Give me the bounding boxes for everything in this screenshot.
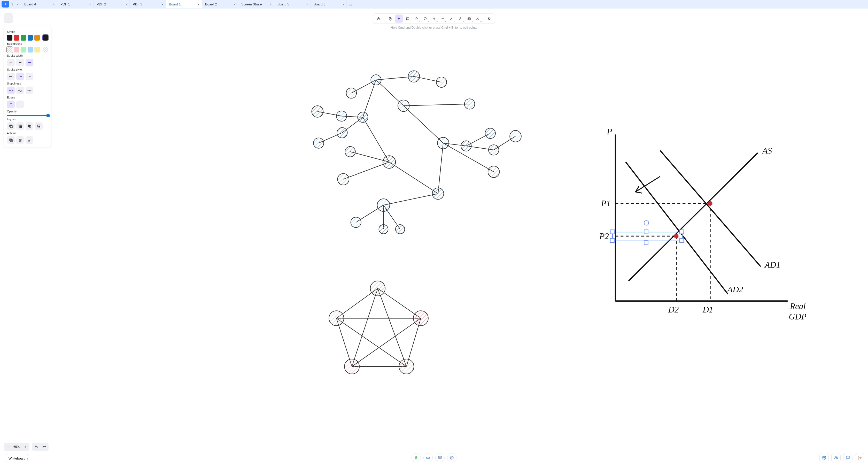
selection-box [610, 221, 684, 245]
opacity-label: Opacity [7, 110, 48, 113]
edges-sharp[interactable] [7, 100, 15, 108]
tool-rectangle[interactable]: 2 [404, 14, 412, 23]
edges-round[interactable] [16, 100, 24, 108]
close-icon[interactable]: × [125, 2, 127, 6]
svg-line-74 [626, 162, 728, 294]
bg-color-lightgreen[interactable] [21, 47, 26, 53]
svg-rect-104 [10, 126, 12, 128]
action-duplicate[interactable] [7, 136, 15, 144]
sloppiness-architect[interactable] [7, 87, 15, 94]
action-link[interactable] [26, 136, 33, 144]
bg-color-lightblue[interactable] [28, 47, 33, 53]
tab-truncated-left[interactable]: 3 × [11, 0, 21, 8]
close-icon[interactable]: × [161, 2, 163, 6]
tab-board-6[interactable]: Board 6 × [311, 0, 347, 8]
close-icon[interactable]: × [234, 2, 236, 6]
redo-button[interactable] [40, 445, 49, 449]
zoom-out-button[interactable]: − [4, 444, 12, 449]
stroke-width-thick[interactable] [26, 59, 33, 66]
tool-text[interactable]: A 8 [456, 14, 464, 23]
zoom-in-button[interactable]: + [21, 444, 29, 449]
svg-point-67 [399, 359, 414, 374]
board-title-input[interactable] [6, 454, 29, 462]
sloppiness-cartoonist[interactable] [26, 87, 33, 94]
background-section-label: Background [7, 42, 48, 45]
bg-color-current[interactable] [43, 47, 48, 53]
canvas[interactable]: P AS AD1 AD2 P1 P2 D1 D2 Real GDP [0, 8, 868, 466]
close-icon[interactable]: × [306, 2, 308, 6]
close-icon[interactable]: × [53, 2, 55, 6]
tab-pdf-2[interactable]: PDF 2 × [94, 0, 130, 8]
stroke-style-solid[interactable] [7, 72, 15, 80]
tab-board-1[interactable]: Board 1 × [166, 0, 202, 8]
tool-draw[interactable]: 7 [447, 14, 456, 23]
chat-button[interactable] [843, 453, 852, 462]
tool-eraser[interactable]: 0 [474, 14, 482, 23]
stroke-color-red[interactable] [14, 35, 20, 40]
svg-line-6 [404, 106, 443, 143]
tab-board-5[interactable]: Board 5 × [274, 0, 311, 8]
tab-screen-share[interactable]: Screen Share × [238, 0, 274, 8]
stroke-color-black[interactable] [7, 35, 12, 40]
tool-line[interactable]: 6 [439, 14, 447, 23]
tab-label: Board 4 [24, 2, 36, 6]
close-icon[interactable]: × [342, 2, 344, 6]
svg-point-51 [336, 111, 347, 121]
layers-label: Layers [7, 118, 48, 121]
layer-bring-forward[interactable] [26, 122, 33, 130]
stroke-color-green[interactable] [21, 35, 26, 40]
svg-point-49 [345, 147, 355, 157]
tool-diamond[interactable]: 3 [412, 14, 421, 23]
tool-ellipse[interactable]: 4 [421, 14, 429, 23]
action-delete[interactable] [16, 136, 24, 144]
stroke-color-current[interactable] [43, 35, 48, 40]
participants-button[interactable] [831, 453, 841, 462]
svg-point-35 [358, 112, 368, 122]
tab-pdf-3[interactable]: PDF 3 × [130, 0, 166, 8]
sloppiness-artist[interactable] [16, 87, 24, 94]
svg-point-33 [432, 188, 443, 199]
add-tab-button[interactable]: + [2, 1, 9, 7]
tabs-overflow-button[interactable] [347, 0, 354, 8]
svg-line-73 [660, 150, 761, 266]
stroke-width-medium[interactable] [16, 59, 24, 66]
menu-button[interactable] [4, 13, 13, 23]
undo-button[interactable] [32, 445, 40, 449]
camera-button[interactable] [424, 453, 433, 462]
tab-board-4[interactable]: Board 4 × [21, 0, 57, 8]
tool-select[interactable]: 1 [395, 14, 403, 23]
bg-color-lightyellow[interactable] [34, 47, 40, 53]
tab-board-2[interactable]: Board 2 × [202, 0, 238, 8]
mic-button[interactable] [411, 453, 421, 462]
layer-bring-to-front[interactable] [35, 122, 43, 130]
bg-color-lightred[interactable] [14, 47, 20, 53]
share-screen-button[interactable] [435, 453, 444, 462]
stroke-style-dotted[interactable] [26, 72, 33, 80]
close-icon[interactable]: × [270, 2, 272, 6]
stroke-color-blue[interactable] [28, 35, 33, 40]
layer-send-backward[interactable] [16, 122, 24, 130]
play-button[interactable] [447, 453, 457, 462]
tab-pdf-1[interactable]: PDF 1 × [57, 0, 94, 8]
close-icon[interactable]: × [17, 2, 19, 6]
opacity-slider[interactable] [7, 115, 48, 116]
close-icon[interactable]: × [89, 2, 91, 6]
stroke-width-thin[interactable] [7, 59, 15, 66]
stroke-color-orange[interactable] [34, 35, 40, 40]
stroke-style-dashed[interactable] [16, 72, 24, 80]
svg-point-66 [413, 311, 428, 326]
zoom-level[interactable]: 65% [12, 445, 21, 449]
layer-send-to-back[interactable] [7, 122, 15, 130]
bg-color-transparent[interactable] [7, 47, 12, 53]
leave-button[interactable] [855, 453, 864, 462]
svg-point-89 [644, 221, 649, 225]
tool-hand[interactable] [386, 14, 394, 23]
tool-arrow[interactable]: 5 [430, 14, 438, 23]
settings-button[interactable] [819, 453, 829, 462]
title-stepper[interactable]: ▲▼ [27, 457, 29, 461]
zoom-controls: − 65% + [4, 443, 49, 451]
tool-lock[interactable] [374, 14, 382, 23]
close-icon[interactable]: × [197, 2, 200, 6]
tool-laser[interactable] [486, 14, 494, 23]
tool-image[interactable]: 9 [465, 14, 473, 23]
